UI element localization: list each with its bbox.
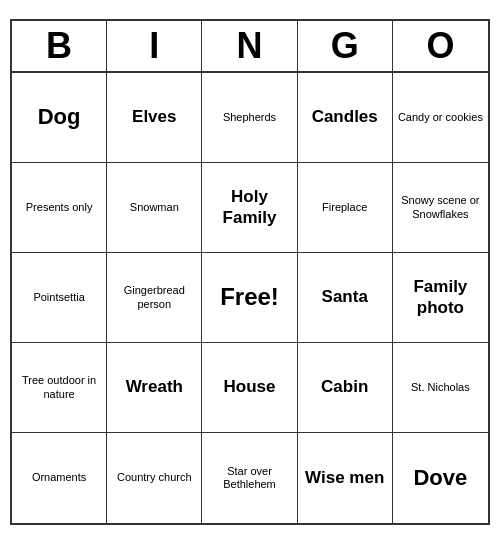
cell-r1-c2[interactable]: Holy Family (202, 163, 297, 253)
cell-r4-c2[interactable]: Star over Bethlehem (202, 433, 297, 523)
header-letter: O (393, 21, 488, 71)
cell-r1-c3[interactable]: Fireplace (298, 163, 393, 253)
cell-r0-c2[interactable]: Shepherds (202, 73, 297, 163)
bingo-card: BINGO DogElvesShepherdsCandlesCandy or c… (10, 19, 490, 525)
cell-r2-c4[interactable]: Family photo (393, 253, 488, 343)
cell-r3-c2[interactable]: House (202, 343, 297, 433)
cell-r3-c0[interactable]: Tree outdoor in nature (12, 343, 107, 433)
cell-r0-c3[interactable]: Candles (298, 73, 393, 163)
cell-r0-c0[interactable]: Dog (12, 73, 107, 163)
cell-r0-c4[interactable]: Candy or cookies (393, 73, 488, 163)
cell-r4-c1[interactable]: Country church (107, 433, 202, 523)
cell-r2-c3[interactable]: Santa (298, 253, 393, 343)
bingo-grid: DogElvesShepherdsCandlesCandy or cookies… (12, 73, 488, 523)
header-letter: B (12, 21, 107, 71)
cell-r2-c0[interactable]: Pointsettia (12, 253, 107, 343)
cell-r1-c4[interactable]: Snowy scene or Snowflakes (393, 163, 488, 253)
cell-r0-c1[interactable]: Elves (107, 73, 202, 163)
cell-r2-c1[interactable]: Gingerbread person (107, 253, 202, 343)
cell-r3-c4[interactable]: St. Nicholas (393, 343, 488, 433)
header-letter: G (298, 21, 393, 71)
cell-r1-c0[interactable]: Presents only (12, 163, 107, 253)
cell-r3-c1[interactable]: Wreath (107, 343, 202, 433)
cell-r4-c3[interactable]: Wise men (298, 433, 393, 523)
header-letter: I (107, 21, 202, 71)
cell-r3-c3[interactable]: Cabin (298, 343, 393, 433)
cell-r1-c1[interactable]: Snowman (107, 163, 202, 253)
cell-r4-c0[interactable]: Ornaments (12, 433, 107, 523)
cell-r2-c2[interactable]: Free! (202, 253, 297, 343)
cell-r4-c4[interactable]: Dove (393, 433, 488, 523)
header-letter: N (202, 21, 297, 71)
bingo-header: BINGO (12, 21, 488, 73)
